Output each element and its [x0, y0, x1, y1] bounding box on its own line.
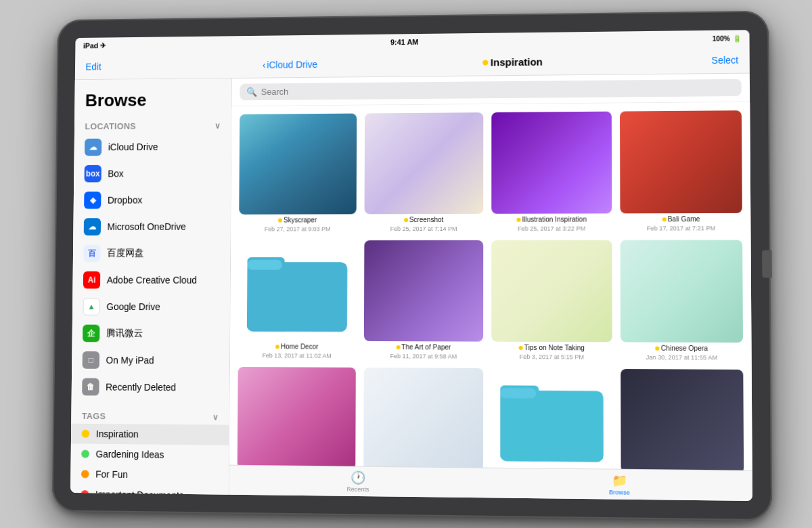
- svg-rect-4: [248, 260, 283, 270]
- thumb-bg-illustration: [491, 112, 612, 214]
- thumb-bg-screenshot: [365, 112, 484, 214]
- sidebar-item-tag-fun[interactable]: For Fun: [70, 464, 229, 485]
- ipad-shell: iPad ✈ 9:41 AM 100% 🔋 Edit ‹ iCloud Driv…: [52, 11, 773, 521]
- svg-rect-3: [247, 262, 347, 332]
- file-item-modernjewelry[interactable]: Modern Jewelry Jan 14, 2017 at 9:02 AM: [621, 369, 744, 470]
- tag-label-inspiration: Inspiration: [96, 428, 139, 439]
- thumb-bg-bali: [620, 110, 742, 213]
- file-date-homedecor: Feb 13, 2017 at 11:02 AM: [262, 352, 331, 359]
- status-right: 100% 🔋: [713, 35, 742, 43]
- location-icon-onedrive: ☁: [84, 218, 101, 236]
- sidebar-item-dropbox[interactable]: ◈ Dropbox: [74, 186, 231, 213]
- location-icon-tencent: 企: [83, 325, 99, 343]
- file-item-notestaking[interactable]: Tips on Note Taking Feb 3, 2017 at 5:15 …: [491, 240, 612, 361]
- location-label-tencent: 腾讯微云: [106, 328, 143, 340]
- thumb-bg-artofpaper: [364, 240, 483, 341]
- file-tag-dot-skyscraper: [278, 218, 282, 222]
- file-item-bali[interactable]: Bali Game Feb 17, 2017 at 7:21 PM: [620, 110, 742, 232]
- sidebar-item-box[interactable]: box Box: [74, 160, 231, 187]
- file-item-illustrations[interactable]: Illustrations Jan 17, 2017 at 1:36 PM: [491, 368, 612, 470]
- tab-recents[interactable]: 🕐 Recents: [336, 467, 380, 496]
- search-input-wrap[interactable]: 🔍: [240, 79, 741, 101]
- file-tag-dot-artofpaper: [396, 345, 400, 349]
- file-name-screenshot: Screenshot: [404, 216, 444, 223]
- tag-label-important: Important Documents: [95, 489, 184, 494]
- sidebar-item-tag-gardening[interactable]: Gardening Ideas: [71, 443, 229, 465]
- file-item-pinkleaf[interactable]: Pink Leaf Jan 28, 2017 at 3:09 PM: [238, 367, 356, 470]
- tab-browse[interactable]: 📁 Browse: [598, 470, 641, 499]
- tab-label-browse: Browse: [609, 489, 630, 496]
- file-item-chineseopera[interactable]: Chinese Opera Jan 30, 2017 at 11:55 AM: [621, 240, 744, 361]
- file-date-skyscraper: Feb 27, 2017 at 9:03 PM: [265, 225, 331, 232]
- file-name-chineseopera: Chinese Opera: [656, 345, 708, 353]
- file-area: 🔍 Skyscraper Feb 27, 2017 at 9:03 PM Scr…: [229, 74, 752, 501]
- file-item-homedecor[interactable]: Home Decor Feb 13, 2017 at 11:02 AM: [238, 240, 357, 359]
- file-item-skyscraper[interactable]: Skyscraper Feb 27, 2017 at 9:03 PM: [239, 114, 357, 232]
- tags-chevron-icon[interactable]: ∨: [212, 412, 219, 422]
- browse-title: Browse: [74, 87, 231, 119]
- thumb-bg-skyscraper: [239, 114, 357, 215]
- location-label-icloud: iCloud Drive: [108, 141, 158, 152]
- file-item-parksketch[interactable]: Park Sketch Jan 21, 2017 at 5:35 PM: [363, 368, 483, 470]
- ipad-label: iPad ✈: [83, 41, 106, 50]
- file-tag-dot-notestaking: [519, 346, 523, 350]
- file-date-bali: Feb 17, 2017 at 7:21 PM: [647, 225, 716, 232]
- locations-section-header: Locations ∨: [74, 118, 231, 134]
- file-date-screenshot: Feb 25, 2017 at 7:14 PM: [390, 225, 457, 232]
- nav-title-text: Inspiration: [491, 56, 543, 68]
- file-item-illustration[interactable]: Illustration Inspiration Feb 25, 2017 at…: [491, 112, 612, 232]
- file-thumb-chineseopera: [621, 240, 743, 343]
- location-icon-gdrive: ▲: [83, 298, 99, 315]
- sidebar-item-tag-important[interactable]: Important Documents: [70, 484, 229, 495]
- sidebar-item-tag-inspiration[interactable]: Inspiration: [71, 424, 229, 445]
- locations-chevron-icon[interactable]: ∨: [215, 120, 221, 130]
- file-item-screenshot[interactable]: Screenshot Feb 25, 2017 at 7:14 PM: [364, 112, 483, 232]
- nav-left: Edit: [85, 61, 101, 72]
- sidebar-item-adobe[interactable]: Ai Adobe Creative Cloud: [72, 267, 230, 294]
- locations-list: ☁ iCloud Drive box Box ◈ Dropbox ☁ Micro…: [72, 133, 231, 401]
- location-label-dropbox: Dropbox: [108, 195, 142, 206]
- back-chevron-icon: ‹: [263, 60, 266, 70]
- thumb-bg-parksketch: [363, 368, 483, 470]
- file-item-artofpaper[interactable]: The Art of Paper Feb 11, 2017 at 9:58 AM: [364, 240, 483, 360]
- sidebar-item-trash[interactable]: 🗑 Recently Deleted: [72, 374, 229, 401]
- tags-section-header: Tags ∨: [71, 408, 229, 425]
- nav-back-label: iCloud Drive: [267, 59, 317, 70]
- location-icon-trash: 🗑: [82, 378, 99, 396]
- location-icon-ipad: □: [83, 351, 99, 369]
- locations-label: Locations: [85, 121, 136, 131]
- nav-back-button[interactable]: ‹ iCloud Drive: [263, 59, 317, 70]
- location-label-onedrive: Microsoft OneDrive: [108, 221, 186, 232]
- search-input[interactable]: [261, 83, 735, 97]
- search-bar: 🔍: [232, 74, 750, 107]
- thumb-bg-chineseopera: [621, 240, 743, 343]
- tag-label-gardening: Gardening Ideas: [96, 449, 164, 460]
- sidebar-item-ipad[interactable]: □ On My iPad: [72, 347, 229, 374]
- file-thumb-notestaking: [491, 240, 612, 342]
- home-button[interactable]: [762, 250, 772, 278]
- sidebar-item-gdrive[interactable]: ▲ Google Drive: [72, 293, 230, 320]
- tab-icon-browse: 📁: [612, 473, 627, 489]
- tag-label-fun: For Fun: [95, 469, 128, 480]
- sidebar-item-baidu[interactable]: 百 百度网盘: [73, 240, 230, 267]
- sidebar-item-icloud[interactable]: ☁ iCloud Drive: [74, 133, 231, 161]
- file-thumb-screenshot: [365, 112, 484, 214]
- location-label-adobe: Adobe Creative Cloud: [107, 275, 197, 286]
- sidebar-item-onedrive[interactable]: ☁ Microsoft OneDrive: [73, 213, 230, 240]
- svg-rect-8: [501, 391, 604, 462]
- sidebar-item-tencent[interactable]: 企 腾讯微云: [72, 320, 229, 347]
- file-thumb-artofpaper: [364, 240, 483, 341]
- nav-select-button[interactable]: Select: [711, 54, 738, 65]
- file-name-skyscraper: Skyscraper: [278, 216, 317, 223]
- nav-edit-button[interactable]: Edit: [85, 61, 101, 72]
- location-label-gdrive: Google Drive: [106, 301, 160, 312]
- tag-dot-inspiration: [82, 430, 90, 438]
- location-icon-icloud: ☁: [85, 139, 102, 156]
- location-label-box: Box: [108, 169, 123, 179]
- file-thumb-pinkleaf: [238, 367, 356, 469]
- tags-label: Tags: [82, 411, 106, 421]
- file-name-homedecor: Home Decor: [275, 343, 318, 351]
- battery-icon: 🔋: [733, 35, 741, 42]
- tab-label-recents: Recents: [346, 486, 369, 493]
- file-tag-dot-bali: [662, 217, 666, 221]
